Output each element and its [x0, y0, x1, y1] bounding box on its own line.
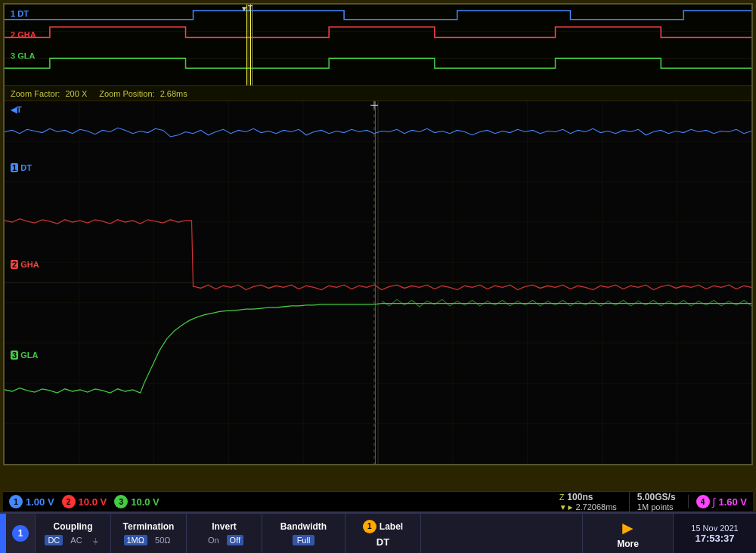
- label-value: DT: [376, 536, 389, 548]
- overview-area: 1 DT 2 GHA 3 GLA: [5, 5, 751, 86]
- overview-waveform-svg: [5, 5, 751, 85]
- coupling-options: DC AC ⏚: [45, 535, 101, 545]
- ch1-indicator-btn[interactable]: 1: [6, 514, 36, 553]
- ch4-symbol: ∫: [713, 496, 716, 508]
- label-title: Label: [380, 521, 403, 532]
- active-channel-tab: [0, 514, 6, 553]
- bandwidth-full[interactable]: Full: [293, 535, 315, 545]
- label-button[interactable]: 1 Label DT: [345, 514, 421, 553]
- termination-1m[interactable]: 1MΩ: [124, 535, 148, 545]
- ch1-circle: 1: [9, 495, 23, 508]
- date-display: 15 Nov 2021: [691, 524, 738, 533]
- label-ch-row: 1 Label: [363, 520, 403, 533]
- ch3-circle: 3: [114, 495, 128, 508]
- ch4-circle: 4: [696, 495, 710, 508]
- status-right: Z 100ns ▼► 2.72068ms 5.00GS/s 1M points …: [559, 492, 747, 511]
- label-ch-circle: 1: [363, 520, 376, 533]
- invert-title: Invert: [212, 521, 237, 532]
- timebase-box: Z 100ns ▼► 2.72068ms: [559, 492, 617, 511]
- bandwidth-button[interactable]: Bandwidth Full: [262, 514, 345, 553]
- coupling-gnd[interactable]: ⏚: [90, 535, 101, 545]
- termination-options: 1MΩ 50Ω: [124, 535, 174, 545]
- bandwidth-options: Full: [293, 535, 315, 545]
- ch3-status: 3 10.0 V: [114, 495, 160, 508]
- invert-off[interactable]: Off: [227, 535, 243, 545]
- ch2-value: 10.0 V: [79, 496, 107, 508]
- oscilloscope-body: 1 DT 2 GHA 3 GLA: [0, 0, 756, 553]
- invert-button[interactable]: Invert On Off: [187, 514, 262, 553]
- trigger-pos: ▼► 2.72068ms: [559, 502, 617, 511]
- timebase-value: Z 100ns: [559, 492, 593, 502]
- sample-rate-box: 5.00GS/s 1M points: [629, 492, 676, 511]
- more-button[interactable]: ► More: [582, 514, 673, 553]
- datetime-box: 15 Nov 2021 17:53:37: [673, 514, 756, 553]
- control-bar: 1 Coupling DC AC ⏚ Termination 1MΩ 50Ω I…: [0, 512, 756, 553]
- coupling-ac[interactable]: AC: [67, 535, 85, 545]
- control-spacer: [421, 514, 582, 553]
- termination-title: Termination: [123, 521, 175, 532]
- termination-50[interactable]: 50Ω: [152, 535, 173, 545]
- coupling-dc[interactable]: DC: [45, 535, 63, 545]
- ch1-value: 1.00 V: [26, 496, 54, 508]
- ch1-status: 1 1.00 V: [9, 495, 54, 508]
- time-display: 17:53:37: [695, 533, 734, 544]
- ch3-value: 10.0 V: [131, 496, 160, 508]
- zoom-info-bar: Zoom Factor: 200 X Zoom Position: 2.68ms: [5, 86, 751, 101]
- coupling-button[interactable]: Coupling DC AC ⏚: [36, 514, 111, 553]
- ch1-ctrl-circle: 1: [12, 525, 29, 542]
- termination-button[interactable]: Termination 1MΩ 50Ω: [111, 514, 187, 553]
- ch2-circle: 2: [62, 495, 76, 508]
- more-arrow-icon: ►: [619, 517, 637, 539]
- ch4-status: 4 ∫ 1.60 V: [688, 495, 747, 508]
- ch2-status: 2 10.0 V: [62, 495, 107, 508]
- invert-on[interactable]: On: [205, 535, 222, 545]
- scope-screen: 1 DT 2 GHA 3 GLA: [3, 3, 753, 465]
- ch4-value: 1.60 V: [718, 496, 747, 508]
- bandwidth-title: Bandwidth: [280, 521, 327, 532]
- zoom-window-indicator: [246, 5, 251, 85]
- invert-options: On Off: [205, 535, 243, 545]
- zoom-waveform-svg: [5, 101, 751, 464]
- trigger-t-marker: ▼T: [240, 5, 253, 13]
- more-label: More: [617, 539, 639, 549]
- zoom-waveform-area: ◀T 1 DT 2 GHA 3 GLA: [5, 101, 751, 464]
- coupling-title: Coupling: [54, 521, 93, 532]
- status-bar: 1 1.00 V 2 10.0 V 3 10.0 V Z 100ns: [3, 491, 753, 512]
- zoom-factor-label: Zoom Factor: 200 X: [11, 89, 87, 98]
- zoom-position-label: Zoom Position: 2.68ms: [99, 89, 187, 98]
